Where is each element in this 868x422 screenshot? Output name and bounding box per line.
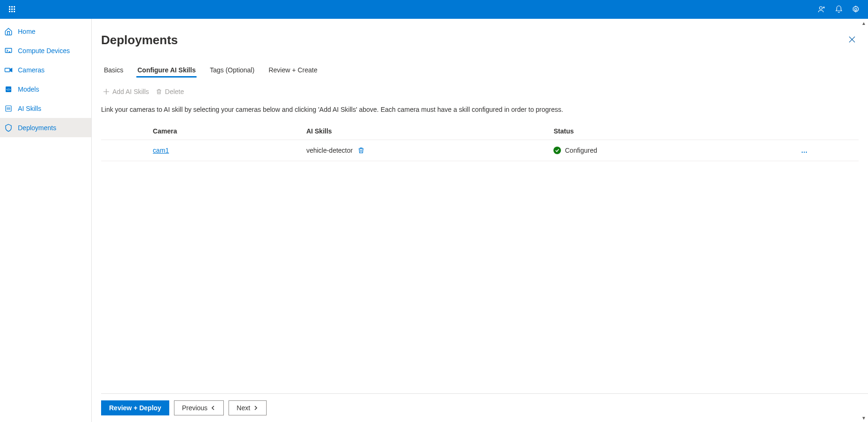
- row-more-actions-button[interactable]: …: [801, 147, 808, 154]
- ai-skills-icon: [4, 104, 13, 113]
- sidebar-item-label: Home: [18, 28, 35, 35]
- sidebar-item-label: Models: [18, 86, 39, 93]
- previous-button[interactable]: Previous: [174, 400, 224, 415]
- notifications-icon[interactable]: [831, 2, 846, 17]
- delete-button[interactable]: Delete: [156, 88, 184, 95]
- tab-tags[interactable]: Tags (Optional): [209, 63, 255, 78]
- sidebar-item-label: AI Skills: [18, 105, 41, 112]
- sidebar-nav: Home Compute Devices Cameras </> Models …: [0, 19, 92, 422]
- feedback-icon[interactable]: [814, 2, 829, 17]
- page-title: Deployments: [101, 33, 178, 47]
- settings-gear-icon[interactable]: [848, 2, 863, 17]
- svg-rect-5: [14, 8, 15, 10]
- model-icon: </>: [4, 85, 13, 94]
- waffle-menu-icon[interactable]: [5, 2, 20, 17]
- sidebar-item-home[interactable]: Home: [0, 22, 91, 41]
- sidebar-item-label: Compute Devices: [18, 47, 70, 55]
- compute-device-icon: [4, 46, 13, 55]
- sidebar-item-ai-skills[interactable]: AI Skills: [0, 99, 91, 118]
- plus-icon: [103, 88, 110, 95]
- table-row: cam1 vehicle-detector: [101, 140, 859, 161]
- table-header-actions: [801, 123, 859, 140]
- camera-link[interactable]: cam1: [153, 147, 169, 154]
- sidebar-item-compute-devices[interactable]: Compute Devices: [0, 41, 91, 60]
- tab-review-create[interactable]: Review + Create: [268, 63, 318, 78]
- table-header-ai-skills: AI Skills: [306, 123, 553, 140]
- svg-rect-3: [9, 8, 10, 10]
- sidebar-item-models[interactable]: </> Models: [0, 79, 91, 99]
- table-header-status: Status: [553, 123, 801, 140]
- svg-point-10: [855, 8, 857, 11]
- sidebar-item-deployments[interactable]: Deployments: [0, 118, 91, 137]
- sidebar-item-cameras[interactable]: Cameras: [0, 60, 91, 79]
- scroll-down-arrow[interactable]: ▼: [860, 414, 867, 421]
- tab-basics[interactable]: Basics: [103, 63, 124, 78]
- review-deploy-button[interactable]: Review + Deploy: [101, 400, 169, 415]
- svg-rect-7: [11, 11, 13, 12]
- status-label: Configured: [565, 147, 597, 154]
- main-content-area: Deployments Basics Configure AI Skills T…: [92, 19, 868, 393]
- svg-rect-2: [14, 6, 15, 8]
- close-panel-button[interactable]: [845, 33, 859, 46]
- svg-text:</>: </>: [6, 87, 11, 91]
- svg-rect-6: [9, 11, 10, 12]
- svg-rect-11: [5, 48, 12, 52]
- wizard-tabs: Basics Configure AI Skills Tags (Optiona…: [101, 63, 859, 78]
- help-text: Link your cameras to AI skill by selecti…: [101, 106, 859, 113]
- home-icon: [4, 27, 13, 36]
- chevron-left-icon: [210, 405, 216, 411]
- table-header-camera: Camera: [153, 123, 306, 140]
- success-check-icon: [553, 147, 561, 154]
- deployment-icon: [4, 123, 13, 133]
- svg-rect-1: [11, 6, 13, 8]
- camera-icon: [4, 65, 13, 75]
- sidebar-item-label: Deployments: [18, 124, 56, 132]
- top-header-bar: [0, 0, 868, 19]
- svg-rect-4: [11, 8, 13, 10]
- trash-icon: [156, 88, 162, 95]
- add-ai-skills-button[interactable]: Add AI Skills: [103, 88, 149, 95]
- table-header-select: [101, 123, 153, 140]
- wizard-footer: Review + Deploy Previous Next: [101, 393, 868, 422]
- svg-rect-12: [5, 68, 10, 72]
- camera-skill-table: Camera AI Skills Status cam1: [101, 123, 859, 161]
- command-toolbar: Add AI Skills Delete: [101, 88, 859, 95]
- next-button[interactable]: Next: [229, 400, 267, 415]
- chevron-right-icon: [253, 405, 259, 411]
- skill-name: vehicle-detector: [306, 147, 353, 154]
- svg-rect-0: [9, 6, 10, 8]
- tab-configure-ai-skills[interactable]: Configure AI Skills: [136, 63, 197, 78]
- sidebar-item-label: Cameras: [18, 66, 45, 74]
- remove-skill-button[interactable]: [357, 147, 365, 154]
- svg-point-9: [820, 7, 822, 9]
- svg-rect-8: [14, 11, 15, 12]
